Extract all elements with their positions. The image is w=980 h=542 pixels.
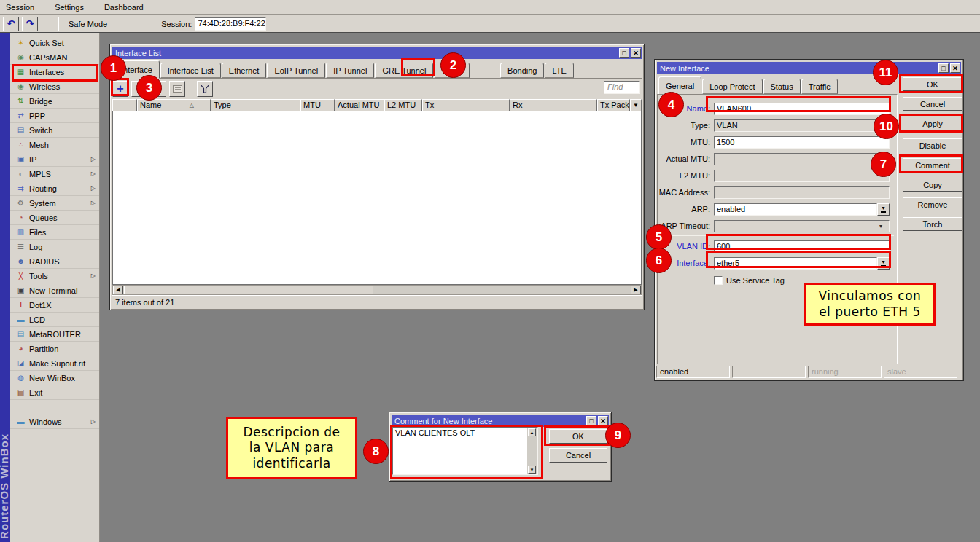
- name-field[interactable]: VLAN600: [714, 103, 890, 115]
- sidebar-item-lcd[interactable]: ▬LCD: [10, 313, 99, 327]
- torch-button[interactable]: Torch: [903, 217, 962, 231]
- column-name[interactable]: Name△: [137, 99, 211, 111]
- sidebar-item-system[interactable]: ⚙System▷: [10, 196, 99, 211]
- tab-status[interactable]: Status: [763, 79, 801, 94]
- sidebar-item-metarouter[interactable]: ▤MetaROUTER: [10, 327, 99, 342]
- sidebar-item-ip[interactable]: ▣IP▷: [10, 152, 99, 167]
- sidebar-item-wireless[interactable]: ◉Wireless: [10, 79, 99, 94]
- sidebar-item-new-terminal[interactable]: ▣New Terminal: [10, 283, 99, 298]
- cancel-button[interactable]: Cancel: [903, 97, 962, 111]
- column-type[interactable]: Type: [211, 99, 300, 111]
- new-interface-titlebar[interactable]: New Interface □ ✕: [657, 62, 961, 74]
- comment-textarea[interactable]: VLAN CLIENTES OLT ▲ ▼: [392, 427, 538, 475]
- sidebar-item-files[interactable]: ▥Files: [10, 225, 99, 240]
- tab-traffic[interactable]: Traffic: [801, 79, 838, 94]
- column-actual-mtu[interactable]: Actual MTU: [335, 99, 384, 111]
- apply-button[interactable]: Apply: [903, 117, 962, 130]
- sidebar-item-partition[interactable]: ◕Partition: [10, 342, 99, 356]
- scrollbar-thumb[interactable]: [124, 286, 373, 294]
- sidebar-item-make-supout[interactable]: ◪Make Supout.rif: [10, 356, 99, 371]
- interface-dropdown-button[interactable]: ▾: [877, 257, 890, 270]
- sidebar-item-windows[interactable]: ▬Windows▷: [10, 415, 99, 429]
- sidebar-item-tools[interactable]: ╳Tools▷: [10, 269, 99, 283]
- comment-cancel-button[interactable]: Cancel: [549, 448, 607, 463]
- column-rx[interactable]: Rx: [510, 99, 597, 111]
- tab-general[interactable]: General: [658, 76, 701, 95]
- menu-session[interactable]: Session: [6, 3, 34, 12]
- interface-table-body[interactable]: [112, 111, 642, 285]
- queues-icon: ◔: [16, 214, 26, 221]
- column-tx-packet[interactable]: Tx Packe: [597, 99, 630, 111]
- horizontal-scrollbar[interactable]: ◀ ▶: [112, 285, 642, 295]
- tab-lte[interactable]: LTE: [545, 63, 573, 78]
- scroll-up-icon[interactable]: ▲: [528, 428, 536, 436]
- comment-button[interactable]: Comment: [903, 158, 962, 172]
- sidebar-item-queues[interactable]: ◔Queues: [10, 211, 99, 225]
- sidebar-item-interfaces[interactable]: ▦Interfaces: [10, 65, 99, 79]
- use-service-tag-checkbox[interactable]: [714, 276, 723, 285]
- sidebar-item-new-winbox[interactable]: ◍New WinBox: [10, 371, 99, 385]
- ok-button[interactable]: OK: [903, 77, 962, 91]
- interface-select[interactable]: ether5: [714, 257, 877, 270]
- brand-vertical-text: RouterOS WinBox: [0, 433, 10, 539]
- copy-button[interactable]: Copy: [903, 178, 962, 192]
- sidebar-item-label: Tools: [29, 272, 48, 280]
- maximize-icon[interactable]: □: [938, 63, 949, 73]
- comment-dialog-titlebar[interactable]: Comment for New Interface □ ✕: [392, 415, 609, 427]
- sidebar-item-radius[interactable]: ☻RADIUS: [10, 254, 99, 269]
- session-value[interactable]: 74:4D:28:B9:F4:22: [195, 17, 266, 31]
- tab-bonding[interactable]: Bonding: [500, 63, 544, 78]
- sidebar-item-quick-set[interactable]: ✶Quick Set: [10, 36, 99, 50]
- close-icon[interactable]: ✕: [631, 48, 641, 58]
- tab-loop-protect[interactable]: Loop Protect: [702, 79, 762, 94]
- tab-gre-tunnel[interactable]: GRE Tunnel: [375, 63, 433, 78]
- arp-select[interactable]: enabled: [714, 203, 877, 216]
- column-tx[interactable]: Tx: [422, 99, 510, 111]
- filter-button[interactable]: [197, 81, 213, 97]
- scroll-down-icon[interactable]: ▼: [528, 466, 536, 474]
- redo-button[interactable]: ↷: [22, 17, 38, 31]
- remove-button[interactable]: Remove: [903, 197, 962, 211]
- column-mtu[interactable]: MTU: [300, 99, 335, 111]
- tab-eoip-tunnel[interactable]: EoIP Tunnel: [267, 63, 325, 78]
- scroll-right-icon[interactable]: ▶: [631, 286, 641, 294]
- menu-settings[interactable]: Settings: [55, 3, 84, 12]
- mac-address-field: [714, 186, 890, 199]
- vertical-scrollbar[interactable]: ▲ ▼: [527, 428, 537, 474]
- scroll-left-icon[interactable]: ◀: [113, 286, 123, 294]
- mtu-field[interactable]: 1500: [714, 136, 890, 149]
- sidebar-item-mpls[interactable]: ◐MPLS▷: [10, 167, 99, 181]
- comment-ok-button[interactable]: OK: [549, 429, 607, 444]
- vlan-id-field[interactable]: 600: [714, 240, 890, 253]
- screen-icon: ▬: [16, 316, 26, 323]
- find-input[interactable]: Find: [604, 81, 640, 94]
- column-picker-button[interactable]: ▼: [630, 99, 642, 111]
- close-icon[interactable]: ✕: [598, 416, 608, 425]
- tab-interface-list[interactable]: Interface List: [160, 63, 221, 78]
- sidebar-item-routing[interactable]: ⇉Routing▷: [10, 181, 99, 196]
- comment-button-small[interactable]: [169, 81, 185, 97]
- sidebar-item-mesh[interactable]: ∴Mesh: [10, 138, 99, 152]
- arp-dropdown-button[interactable]: ▾: [877, 203, 890, 216]
- disable-button[interactable]: Disable: [903, 138, 962, 152]
- sidebar-item-bridge[interactable]: ⇅Bridge: [10, 94, 99, 109]
- sidebar-item-ppp[interactable]: ⇄PPP: [10, 109, 99, 123]
- column-l2-mtu[interactable]: L2 MTU: [384, 99, 422, 111]
- close-icon[interactable]: ✕: [950, 63, 960, 73]
- sidebar-item-dot1x[interactable]: ✛Dot1X: [10, 298, 99, 313]
- maximize-icon[interactable]: □: [619, 48, 629, 58]
- menu-dashboard[interactable]: Dashboard: [104, 3, 144, 12]
- tab-ethernet[interactable]: Ethernet: [222, 63, 267, 78]
- maximize-icon[interactable]: □: [586, 416, 596, 425]
- add-button[interactable]: +: [112, 81, 128, 97]
- tab-ip-tunnel[interactable]: IP Tunnel: [326, 63, 374, 78]
- sidebar-item-log[interactable]: ☰Log: [10, 240, 99, 254]
- page-icon: ◪: [16, 360, 26, 367]
- sidebar-item-switch[interactable]: ▤Switch: [10, 123, 99, 138]
- sidebar-item-exit[interactable]: ▤Exit: [10, 385, 99, 400]
- undo-button[interactable]: ↶: [3, 17, 19, 31]
- interface-list-titlebar[interactable]: Interface List □ ✕: [112, 47, 642, 59]
- sidebar-item-capsman[interactable]: ◉CAPsMAN: [10, 50, 99, 65]
- gear-icon: ⚙: [16, 200, 26, 207]
- safe-mode-button[interactable]: Safe Mode: [58, 17, 117, 31]
